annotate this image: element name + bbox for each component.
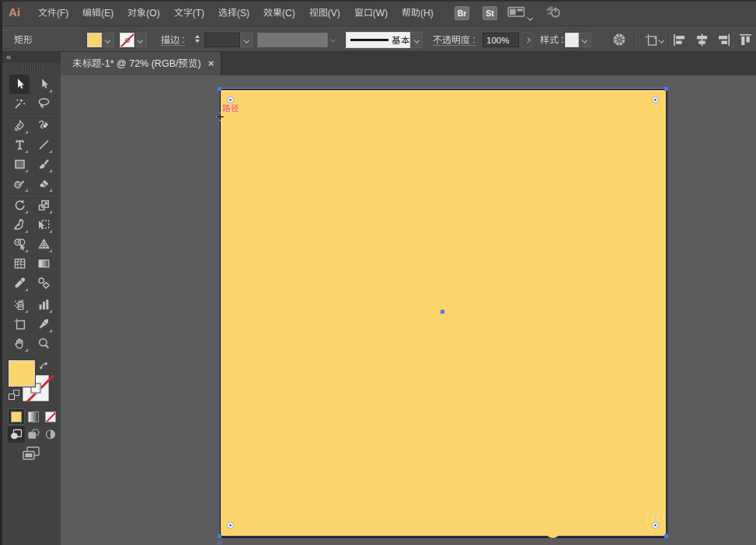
tool-slice[interactable] [33,314,54,334]
variable-width-profile[interactable] [346,32,410,48]
tools-panel-grip[interactable] [19,65,43,70]
anchor-bottom-left[interactable] [218,534,221,538]
tool-magic-wand[interactable] [9,94,30,113]
align-left-icon[interactable] [673,33,686,47]
tool-row [2,334,61,353]
cjk-glyph [82,58,92,68]
brush-definition-dropdown[interactable] [257,33,328,47]
tool-eyedropper[interactable] [9,273,30,293]
tool-paintbrush[interactable] [33,154,54,174]
tool-column-graph[interactable] [33,295,54,314]
tools-grid [2,75,61,353]
stroke-weight-input[interactable] [204,33,240,47]
anchor-top-left[interactable] [218,87,221,91]
menu-view[interactable]: (V) [309,8,340,19]
tool-mesh[interactable] [9,254,30,273]
tool-artboard[interactable] [9,314,30,334]
stock-button[interactable]: St [483,6,497,20]
tab-close-icon[interactable]: × [208,58,214,68]
menu-effect[interactable]: (C) [263,8,295,19]
tool-rotate[interactable] [9,196,30,215]
canvas-area[interactable] [61,75,756,545]
flyout-indicator [49,169,52,172]
fill-color-control[interactable] [87,33,114,47]
tool-line-segment[interactable] [33,135,54,154]
recolor-artwork-icon[interactable] [612,33,626,50]
tool-gradient[interactable] [33,254,54,273]
tool-symbol-sprayer[interactable] [9,295,30,314]
draw-behind-icon[interactable] [25,426,42,443]
flyout-indicator [25,288,28,291]
graphic-style-chevron-icon[interactable] [579,33,591,47]
tool-curvature[interactable] [33,116,54,135]
tool-row [2,215,61,234]
opacity-expand-button[interactable] [521,33,532,47]
anchor-bottom-right[interactable] [664,534,668,538]
tool-shaper[interactable] [9,174,30,193]
flyout-indicator [25,210,28,213]
arrange-documents-icon[interactable] [507,5,525,21]
anchor-top-right[interactable] [664,87,668,91]
tool-perspective-grid[interactable] [33,234,54,254]
tool-scale[interactable] [33,196,54,215]
center-point[interactable] [441,310,444,314]
tool-row [2,135,61,154]
graphic-style-swatch[interactable] [565,33,579,47]
opacity-label[interactable]: : [433,34,476,46]
stepper-up-icon[interactable] [195,33,200,38]
graphic-style-control[interactable] [565,33,591,47]
menu-help[interactable]: (H) [402,8,434,19]
tool-zoom[interactable] [33,334,54,353]
stroke-weight-chevron-icon[interactable] [240,33,253,47]
cjk-glyph [127,8,137,17]
tool-pen[interactable] [9,116,30,135]
swap-fill-stroke-icon[interactable] [39,360,49,370]
menu-object[interactable]: (O) [127,8,159,19]
change-screen-mode-icon[interactable] [22,446,40,461]
default-fill-stroke-icon[interactable] [9,390,19,400]
controlbar-grip[interactable] [5,30,9,49]
opacity-input[interactable]: 100% [483,33,519,47]
tool-lasso[interactable] [33,94,54,113]
stroke-color-control[interactable] [120,33,147,47]
menu-select[interactable]: (S) [218,8,249,19]
tool-eraser[interactable] [33,174,54,193]
collapse-panel-button[interactable]: « [6,53,10,61]
tool-rectangle[interactable] [9,154,30,174]
menu-type[interactable]: (T) [174,8,204,19]
sync-status-icon[interactable] [545,4,562,23]
tool-hand[interactable] [9,334,30,353]
gradient-button[interactable] [25,408,42,425]
stroke-color-swatch[interactable] [120,33,134,47]
menu-file[interactable]: (F) [38,8,68,19]
align-top-icon[interactable] [739,33,752,47]
profile-chevron-icon[interactable] [410,32,423,48]
none-button[interactable] [42,408,59,425]
stepper-down-icon[interactable] [195,40,200,45]
stroke-weight-label[interactable]: : [161,34,185,46]
color-button[interactable] [8,408,25,425]
align-horizontal-center-icon[interactable] [695,33,709,47]
draw-inside-icon[interactable] [42,426,59,443]
tool-free-transform[interactable] [33,215,54,234]
stroke-weight-stepper[interactable] [193,32,201,47]
cjk-glyph [137,8,146,17]
bridge-button[interactable]: Br [455,6,469,20]
align-to-selection-icon[interactable] [645,33,660,50]
fill-indicator-swatch[interactable] [9,360,35,387]
tool-width[interactable] [9,215,30,234]
tool-selection[interactable] [9,75,30,94]
menu-edit[interactable]: (E) [82,8,113,19]
tool-shape-builder[interactable] [9,234,30,254]
tool-type[interactable] [9,135,30,154]
fill-color-chevron-icon[interactable] [102,33,114,47]
hidden-circle-bump [546,528,559,538]
stroke-color-chevron-icon[interactable] [134,33,147,47]
document-tab[interactable]: -1* @ 72% (RGB/) × [61,51,221,75]
menu-window[interactable]: (W) [354,8,388,19]
tool-blend[interactable] [33,273,54,293]
draw-normal-icon[interactable] [8,426,25,443]
fill-color-swatch[interactable] [87,33,102,47]
align-right-icon[interactable] [717,33,730,47]
tool-direct-selection[interactable] [33,75,54,94]
